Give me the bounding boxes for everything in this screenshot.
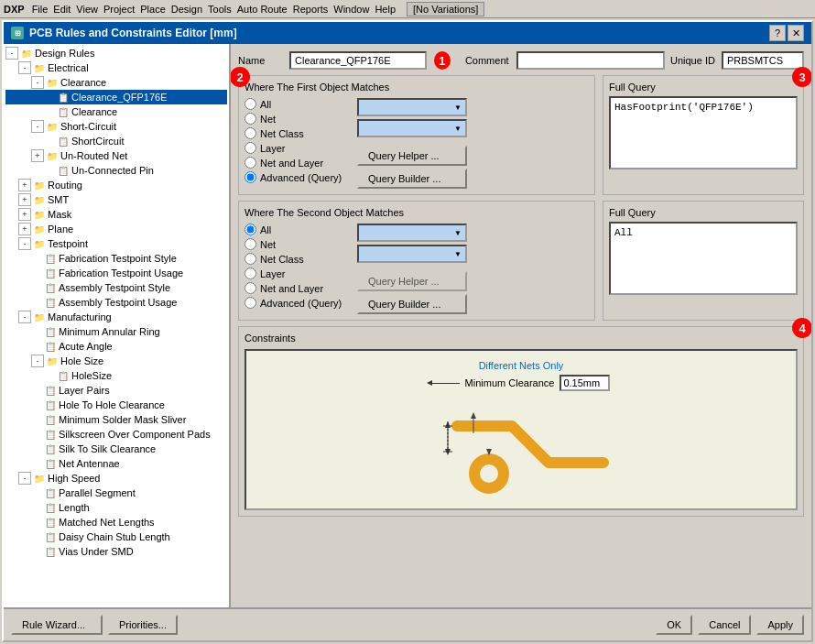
view-menu[interactable]: View: [76, 4, 98, 15]
expand-icon[interactable]: -: [31, 76, 44, 89]
uid-input[interactable]: [722, 51, 804, 70]
tree-item-manufacturing[interactable]: - 📁 Manufacturing: [5, 310, 227, 324]
expand-icon[interactable]: +: [18, 223, 31, 235]
radio-net-2[interactable]: Net: [244, 238, 352, 250]
cancel-button[interactable]: Cancel: [698, 615, 751, 635]
priorities-button[interactable]: Priorities...: [108, 615, 178, 635]
radio-all-input-2[interactable]: [244, 224, 256, 235]
radio-netlayer-input-1[interactable]: [244, 157, 256, 169]
tree-item-min-solder-mask[interactable]: 📋 Minimum Solder Mask Sliver: [5, 412, 227, 427]
tree-item-mask[interactable]: + 📁 Mask: [5, 207, 227, 222]
radio-netlayer-input-2[interactable]: [244, 282, 256, 294]
comment-input[interactable]: [516, 51, 665, 70]
radio-all-1[interactable]: All: [244, 98, 352, 110]
tree-item-design-rules[interactable]: - 📁 Design Rules: [5, 46, 227, 60]
first-dropdown-1[interactable]: ▼: [357, 98, 467, 116]
tree-item-hole-size[interactable]: - 📁 Hole Size: [5, 354, 227, 368]
expand-icon[interactable]: -: [5, 47, 18, 60]
radio-netclass-1[interactable]: Net Class: [244, 127, 352, 139]
query-builder-btn-2[interactable]: Query Builder ...: [357, 294, 467, 314]
tree-item-silkscreen-over[interactable]: 📋 Silkscreen Over Component Pads: [5, 427, 227, 442]
tree-item-matched-net-lengths[interactable]: 📋 Matched Net Lengths: [5, 515, 227, 529]
tree-item-parallel-segment[interactable]: 📋 Parallel Segment: [5, 486, 227, 500]
tree-item-short-circuit[interactable]: - 📁 Short-Circuit: [5, 119, 227, 134]
tree-item-layer-pairs[interactable]: 📋 Layer Pairs: [5, 383, 227, 398]
radio-net-input-2[interactable]: [244, 238, 256, 250]
tree-item-vias-under-smd[interactable]: 📋 Vias Under SMD: [5, 544, 227, 559]
tree-item-un-routed-net[interactable]: + 📁 Un-Routed Net: [5, 148, 227, 163]
close-button[interactable]: ✕: [788, 25, 804, 41]
query-builder-btn-1[interactable]: Query Builder ...: [357, 169, 467, 189]
radio-netclass-input-1[interactable]: [244, 127, 256, 139]
help-menu[interactable]: Help: [375, 4, 396, 15]
second-dropdown-1[interactable]: ▼: [357, 224, 467, 242]
radio-advanced-input-1[interactable]: [244, 171, 256, 183]
radio-net-input-1[interactable]: [244, 113, 256, 125]
tree-item-holesize-leaf[interactable]: 📋 HoleSize: [5, 368, 227, 383]
radio-layer-1[interactable]: Layer: [244, 142, 352, 154]
tree-item-asm-testpoint-style[interactable]: 📋 Assembly Testpoint Style: [5, 280, 227, 295]
radio-netlayer-2[interactable]: Net and Layer: [244, 282, 352, 294]
tree-item-fab-testpoint-usage[interactable]: 📋 Fabrication Testpoint Usage: [5, 266, 227, 280]
expand-icon[interactable]: +: [18, 179, 31, 191]
tree-item-electrical[interactable]: - 📁 Electrical: [5, 60, 227, 75]
file-menu[interactable]: File: [32, 4, 49, 15]
tree-item-clearance[interactable]: - 📁 Clearance: [5, 75, 227, 90]
radio-advanced-2[interactable]: Advanced (Query): [244, 297, 352, 309]
tree-item-length[interactable]: 📋 Length: [5, 500, 227, 515]
rule-wizard-button[interactable]: Rule Wizard...: [11, 615, 103, 635]
tree-item-clearance-qfp[interactable]: 📋 Clearance_QFP176E: [5, 90, 227, 104]
window-menu[interactable]: Window: [333, 4, 369, 15]
radio-net-1[interactable]: Net: [244, 113, 352, 125]
help-button[interactable]: ?: [769, 25, 786, 41]
tree-item-smt[interactable]: + 📁 SMT: [5, 192, 227, 207]
radio-layer-input-1[interactable]: [244, 142, 256, 154]
tree-item-silk-to-silk[interactable]: 📋 Silk To Silk Clearance: [5, 442, 227, 456]
design-menu[interactable]: Design: [171, 4, 202, 15]
radio-all-2[interactable]: All: [244, 224, 352, 235]
tree-item-net-antennae[interactable]: 📋 Net Antennae: [5, 456, 227, 471]
expand-icon[interactable]: +: [31, 149, 44, 162]
expand-icon[interactable]: +: [18, 193, 31, 206]
project-menu[interactable]: Project: [103, 4, 135, 15]
ok-button[interactable]: OK: [656, 615, 692, 635]
tree-item-routing[interactable]: + 📁 Routing: [5, 178, 227, 192]
name-input[interactable]: [289, 51, 427, 70]
radio-netclass-2[interactable]: Net Class: [244, 253, 352, 265]
dxp-menu[interactable]: DXP: [4, 4, 25, 15]
radio-netclass-input-2[interactable]: [244, 253, 256, 265]
tree-item-un-connected-pin[interactable]: 📋 Un-Connected Pin: [5, 163, 227, 178]
tree-item-testpoint[interactable]: - 📁 Testpoint: [5, 236, 227, 251]
radio-all-input-1[interactable]: [244, 98, 256, 110]
autoroute-menu[interactable]: Auto Route: [237, 4, 288, 15]
tree-item-shortcircuit[interactable]: 📋 ShortCircuit: [5, 134, 227, 148]
query-helper-btn-2[interactable]: Query Helper ...: [357, 271, 467, 291]
tree-item-fab-testpoint-style[interactable]: 📋 Fabrication Testpoint Style: [5, 251, 227, 266]
tree-item-daisy-chain[interactable]: 📋 Daisy Chain Stub Length: [5, 529, 227, 544]
min-clearance-input[interactable]: [560, 375, 610, 391]
radio-advanced-input-2[interactable]: [244, 297, 256, 309]
radio-netlayer-1[interactable]: Net and Layer: [244, 157, 352, 169]
expand-icon[interactable]: -: [31, 355, 44, 367]
expand-icon[interactable]: +: [18, 208, 31, 221]
query-helper-btn-1[interactable]: Query Helper ...: [357, 146, 467, 166]
edit-menu[interactable]: Edit: [53, 4, 71, 15]
variation-selector[interactable]: [No Variations]: [407, 2, 484, 16]
tree-item-asm-testpoint-usage[interactable]: 📋 Assembly Testpoint Usage: [5, 295, 227, 310]
expand-icon[interactable]: -: [31, 120, 44, 133]
tools-menu[interactable]: Tools: [208, 4, 232, 15]
expand-icon[interactable]: -: [18, 61, 31, 74]
tree-item-clearance-leaf[interactable]: 📋 Clearance: [5, 104, 227, 119]
radio-layer-input-2[interactable]: [244, 267, 256, 279]
tree-item-hole-to-hole[interactable]: 📋 Hole To Hole Clearance: [5, 398, 227, 412]
second-dropdown-2[interactable]: ▼: [357, 245, 467, 263]
tree-item-plane[interactable]: + 📁 Plane: [5, 222, 227, 236]
expand-icon[interactable]: -: [18, 237, 31, 250]
apply-button[interactable]: Apply: [756, 615, 804, 635]
first-dropdown-2[interactable]: ▼: [357, 119, 467, 137]
tree-item-min-annular[interactable]: 📋 Minimum Annular Ring: [5, 324, 227, 339]
place-menu[interactable]: Place: [140, 4, 166, 15]
reports-menu[interactable]: Reports: [293, 4, 329, 15]
radio-advanced-1[interactable]: Advanced (Query): [244, 171, 352, 183]
radio-layer-2[interactable]: Layer: [244, 267, 352, 279]
